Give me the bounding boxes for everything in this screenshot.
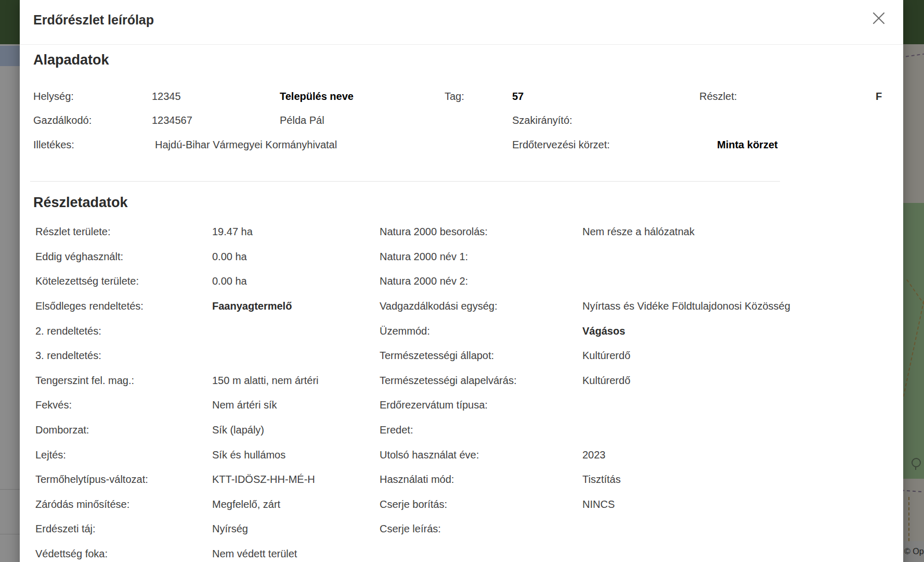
field-label: Üzemmód: — [380, 325, 582, 337]
detail-row: Natura 2000 név 2: — [380, 269, 790, 294]
field-label: Részlet területe: — [35, 226, 212, 238]
field-label: Természetességi alapelvárás: — [380, 375, 582, 387]
detail-row: Cserje leírás: — [380, 517, 790, 542]
field-label: Vadgazdálkodási egység: — [380, 300, 582, 312]
field-value: Kultúrerdő — [582, 350, 630, 362]
field-value: 2023 — [582, 449, 606, 461]
field-value: Sík és hullámos — [212, 449, 285, 461]
detail-row: 3. rendeltetés: — [35, 343, 319, 368]
field-label: Védettség foka: — [35, 548, 212, 560]
close-icon — [872, 11, 886, 25]
field-label: Kötelezettség területe: — [35, 275, 212, 287]
detail-row: Erdőrezervátum típusa: — [380, 393, 790, 418]
field-value: 1234567 — [152, 113, 192, 127]
detail-row: Záródás minősítése: Megfelelő, zárt — [35, 492, 319, 517]
field-value: 0.00 ha — [212, 251, 247, 263]
field-label: Cserje borítás: — [380, 499, 582, 510]
field-value: Vágásos — [582, 325, 625, 337]
detail-row: Kötelezettség területe: 0.00 ha — [35, 269, 319, 294]
field-label: Tag: — [445, 89, 464, 104]
forest-subcompartment-dialog: Erdőrészlet leírólap Alapadatok Helység:… — [20, 0, 903, 562]
field-value: 12345 — [152, 89, 181, 104]
field-label: Erdészeti táj: — [35, 523, 212, 535]
detail-row: Tengerszint fel. mag.: 150 m alatti, nem… — [35, 368, 319, 393]
field-value: KTT-IDÖSZ-HH-MÉ-H — [212, 474, 315, 486]
detail-row: Eddig véghasznált: 0.00 ha — [35, 245, 319, 270]
field-label: Eddig véghasznált: — [35, 251, 212, 263]
detail-row: Cserje borítás: NINCS — [380, 492, 790, 517]
field-value: Sík (lapály) — [212, 424, 264, 436]
detail-row: Erdészeti táj: Nyírség — [35, 517, 319, 542]
field-value: Kultúrerdő — [582, 375, 630, 387]
field-value: Hajdú-Bihar Vármegyei Kormányhivatal — [155, 137, 337, 152]
field-label: Termőhelytípus-változat: — [35, 474, 212, 486]
detail-row: Natura 2000 besorolás: Nem része a hálóz… — [380, 220, 790, 245]
detail-row: Védettség foka: Nem védett terület — [35, 542, 319, 562]
field-value: Faanyagtermelő — [212, 300, 292, 312]
detail-row: Domborzat: Sík (lapály) — [35, 418, 319, 443]
field-label: Záródás minősítése: — [35, 499, 212, 510]
section-divider — [30, 181, 780, 182]
field-value: Nyírség — [212, 523, 248, 535]
field-value: Minta körzet — [717, 137, 778, 152]
field-value: 150 m alatti, nem ártéri — [212, 375, 319, 387]
field-label: Elsődleges rendeltetés: — [35, 300, 212, 312]
detail-row: Részlet területe: 19.47 ha — [35, 220, 319, 245]
detail-row: Utolsó használat éve: 2023 — [380, 442, 790, 467]
field-value: NINCS — [582, 499, 615, 510]
field-label: Szakirányító: — [512, 113, 572, 127]
basic-section-heading: Alapadatok — [33, 52, 109, 68]
field-value: Nem része a hálózatnak — [582, 226, 695, 238]
detail-row: Eredet: — [380, 418, 790, 443]
field-label: Natura 2000 név 1: — [380, 251, 582, 263]
field-label: Illetékes: — [33, 137, 74, 152]
field-label: Használati mód: — [380, 474, 582, 486]
detail-row: Üzemmód: Vágásos — [380, 318, 790, 343]
details-section-heading: Részletadatok — [33, 195, 128, 211]
field-label: Cserje leírás: — [380, 523, 582, 535]
field-label: Részlet: — [699, 89, 737, 104]
detail-row: Natura 2000 név 1: — [380, 245, 790, 270]
detail-row: Lejtés: Sík és hullámos — [35, 442, 319, 467]
field-label: Helység: — [33, 89, 74, 104]
field-label: 2. rendeltetés: — [35, 325, 212, 337]
detail-row: 2. rendeltetés: — [35, 318, 319, 343]
close-button[interactable] — [868, 8, 889, 29]
detail-row: Természetességi állapot: Kultúrerdő — [380, 343, 790, 368]
field-label: Lejtés: — [35, 449, 212, 461]
field-label: Fekvés: — [35, 399, 212, 411]
field-label: Gazdálkodó: — [33, 113, 92, 127]
field-label: Erdőtervezési körzet: — [512, 137, 610, 152]
field-label: Domborzat: — [35, 424, 212, 436]
field-value: 19.47 ha — [212, 226, 253, 238]
field-value: Megfelelő, zárt — [212, 499, 280, 510]
field-value: Példa Pál — [280, 113, 324, 127]
field-value: Település neve — [280, 89, 354, 104]
detail-row: Használati mód: Tisztítás — [380, 467, 790, 492]
dialog-titlebar: Erdőrészlet leírólap — [20, 0, 903, 45]
details-right-column: Natura 2000 besorolás: Nem része a hálóz… — [380, 220, 790, 542]
detail-row: Termőhelytípus-változat: KTT-IDÖSZ-HH-MÉ… — [35, 467, 319, 492]
field-label: 3. rendeltetés: — [35, 350, 212, 362]
field-label: Tengerszint fel. mag.: — [35, 375, 212, 387]
field-value: Nyírtass és Vidéke Földtulajdonosi Közös… — [582, 300, 790, 312]
detail-row: Fekvés: Nem ártéri sík — [35, 393, 319, 418]
detail-row: Vadgazdálkodási egység: Nyírtass és Vidé… — [380, 294, 790, 319]
detail-row: Természetességi alapelvárás: Kultúrerdő — [380, 368, 790, 393]
field-label: Természetességi állapot: — [380, 350, 582, 362]
field-value: Nem védett terület — [212, 548, 297, 560]
field-label: Natura 2000 besorolás: — [380, 226, 582, 238]
field-value: Nem ártéri sík — [212, 399, 277, 411]
dialog-title: Erdőrészlet leírólap — [33, 12, 154, 28]
field-value: 0.00 ha — [212, 275, 247, 287]
details-left-column: Részlet területe: 19.47 ha Eddig véghasz… — [35, 220, 319, 562]
field-label: Natura 2000 név 2: — [380, 275, 582, 287]
field-value: F — [876, 89, 882, 104]
field-label: Erdőrezervátum típusa: — [380, 399, 582, 411]
detail-row: Elsődleges rendeltetés: Faanyagtermelő — [35, 294, 319, 319]
field-value: Tisztítás — [582, 474, 621, 486]
field-label: Utolsó használat éve: — [380, 449, 582, 461]
field-value: 57 — [512, 89, 524, 104]
field-label: Eredet: — [380, 424, 582, 436]
